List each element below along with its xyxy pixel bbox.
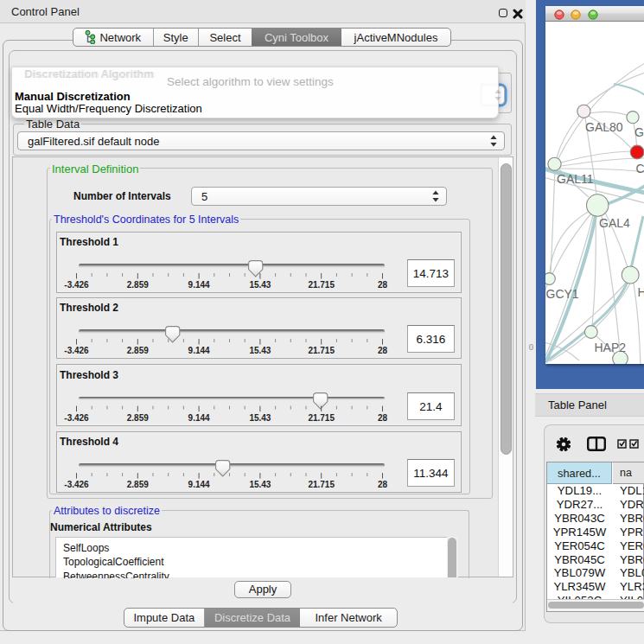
svg-text:C: C: [636, 162, 644, 175]
svg-text:HAP2: HAP2: [595, 341, 627, 354]
svg-text:GAL4: GAL4: [599, 216, 630, 230]
svg-text:GAL11: GAL11: [557, 172, 594, 186]
svg-text:GAL80: GAL80: [585, 120, 623, 134]
svg-text:H: H: [638, 285, 644, 299]
svg-text:GCY1: GCY1: [546, 287, 579, 301]
svg-text:GA: GA: [634, 125, 644, 139]
